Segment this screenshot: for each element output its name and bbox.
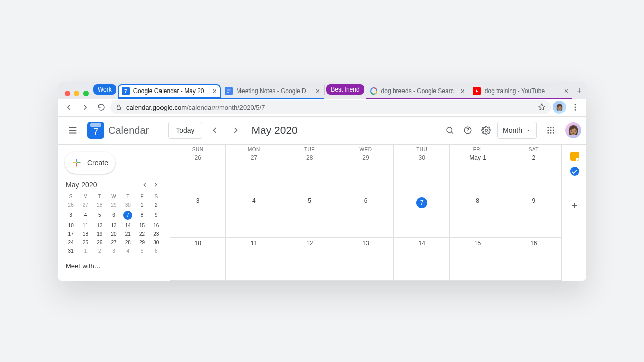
mini-day[interactable]: 12	[93, 221, 107, 230]
mini-day[interactable]: 30	[121, 201, 135, 209]
nav-reload-button[interactable]	[94, 100, 108, 114]
view-picker[interactable]: Month	[497, 122, 537, 139]
grid-cell[interactable]: 15	[450, 238, 506, 281]
mini-day[interactable]: 5	[135, 247, 149, 255]
mini-next-button[interactable]	[150, 179, 162, 190]
mini-day[interactable]: 5	[93, 209, 107, 221]
grid-cell[interactable]: 14	[394, 238, 450, 281]
grid-cell[interactable]: 16	[506, 238, 562, 281]
new-tab-button[interactable]: +	[572, 84, 586, 99]
profile-avatar[interactable]: 👩🏽	[553, 101, 566, 114]
grid-cell[interactable]: 29	[338, 152, 394, 195]
today-button[interactable]: Today	[168, 122, 202, 139]
mini-day[interactable]: 2	[149, 201, 164, 209]
close-window-icon[interactable]	[65, 90, 70, 96]
mini-day[interactable]: 18	[78, 230, 92, 238]
help-button[interactable]	[461, 123, 475, 137]
mini-prev-button[interactable]	[139, 179, 150, 190]
mini-day[interactable]: 7	[121, 209, 135, 221]
grid-cell[interactable]: May 1	[450, 152, 506, 195]
grid-cell[interactable]: 5	[282, 195, 338, 238]
mini-day[interactable]: 4	[78, 209, 92, 221]
grid-cell[interactable]: 30	[394, 152, 450, 195]
mini-day[interactable]: 6	[107, 209, 121, 221]
browser-menu-button[interactable]	[568, 100, 582, 114]
tab-group-bestfriend[interactable]: Best friend	[326, 84, 364, 95]
mini-day[interactable]: 1	[135, 201, 149, 209]
mini-day[interactable]: 27	[107, 238, 121, 247]
mini-day[interactable]: 17	[64, 230, 78, 238]
nav-back-button[interactable]	[62, 100, 76, 114]
mini-day[interactable]: 11	[78, 221, 92, 230]
mini-day[interactable]: 15	[135, 221, 149, 230]
star-icon[interactable]	[538, 103, 546, 111]
minimize-window-icon[interactable]	[74, 90, 79, 96]
mini-day[interactable]: 4	[121, 247, 135, 255]
settings-button[interactable]	[479, 123, 493, 137]
mini-day[interactable]: 31	[64, 247, 78, 255]
mini-day[interactable]: 30	[149, 238, 164, 247]
grid-cell[interactable]: 2	[506, 152, 562, 195]
grid-cell[interactable]: 7	[394, 195, 450, 238]
address-bar[interactable]: calendar.google.com/calendar/r/month/202…	[110, 100, 551, 114]
grid-cell[interactable]: 11	[226, 238, 282, 281]
main-menu-button[interactable]	[63, 120, 83, 140]
tab-calendar[interactable]: 7 Google Calendar - May 20 ×	[118, 84, 221, 99]
mini-day[interactable]: 29	[135, 238, 149, 247]
mini-day[interactable]: 3	[64, 209, 78, 221]
mini-day[interactable]: 29	[107, 201, 121, 209]
mini-day[interactable]: 13	[107, 221, 121, 230]
mini-day[interactable]: 19	[93, 230, 107, 238]
grid-cell[interactable]: 6	[338, 195, 394, 238]
mini-day[interactable]: 25	[78, 238, 92, 247]
window-controls[interactable]	[64, 90, 92, 99]
mini-day[interactable]: 1	[78, 247, 92, 255]
google-apps-button[interactable]	[541, 120, 561, 140]
mini-day[interactable]: 14	[121, 221, 135, 230]
grid-cell[interactable]: 12	[282, 238, 338, 281]
mini-day[interactable]: 23	[149, 230, 164, 238]
mini-day[interactable]: 9	[149, 209, 164, 221]
mini-day[interactable]: 16	[149, 221, 164, 230]
mini-day[interactable]: 2	[93, 247, 107, 255]
mini-calendar[interactable]: SMTWTFS 26272829301234567891011121314151…	[64, 192, 164, 255]
tab-google-search[interactable]: dog breeds - Google Searc ×	[366, 84, 469, 99]
create-button[interactable]: Create	[65, 152, 115, 174]
mini-day[interactable]: 27	[78, 201, 92, 209]
search-button[interactable]	[443, 123, 457, 137]
next-period-button[interactable]	[227, 122, 245, 139]
tab-youtube[interactable]: dog training - YouTube ×	[469, 84, 572, 99]
mini-day[interactable]: 8	[135, 209, 149, 221]
grid-cell[interactable]: 10	[170, 238, 226, 281]
grid-cell[interactable]: 28	[282, 152, 338, 195]
mini-day[interactable]: 28	[93, 201, 107, 209]
tab-group-work[interactable]: Work	[93, 84, 116, 95]
nav-forward-button[interactable]	[78, 100, 92, 114]
mini-day[interactable]: 22	[135, 230, 149, 238]
mini-day[interactable]: 10	[64, 221, 78, 230]
tab-docs[interactable]: Meeting Notes - Google D ×	[221, 84, 324, 99]
prev-period-button[interactable]	[206, 122, 223, 139]
close-tab-icon[interactable]: ×	[564, 87, 568, 95]
calendar-grid[interactable]: SUNMONTUEWEDTHUFRISAT 2627282930May 1234…	[170, 145, 562, 281]
close-tab-icon[interactable]: ×	[316, 87, 320, 95]
mini-day[interactable]: 21	[121, 230, 135, 238]
maximize-window-icon[interactable]	[83, 90, 89, 96]
grid-cell[interactable]: 27	[226, 152, 282, 195]
tasks-icon[interactable]	[570, 167, 579, 176]
mini-day[interactable]: 28	[121, 238, 135, 247]
grid-cell[interactable]: 3	[170, 195, 226, 238]
close-tab-icon[interactable]: ×	[461, 87, 465, 95]
mini-day[interactable]: 24	[64, 238, 78, 247]
meet-with-label[interactable]: Meet with…	[66, 262, 162, 270]
grid-cell[interactable]: 8	[450, 195, 506, 238]
grid-cell[interactable]: 9	[506, 195, 562, 238]
mini-day[interactable]: 26	[64, 201, 78, 209]
grid-cell[interactable]: 13	[338, 238, 394, 281]
mini-day[interactable]: 3	[107, 247, 121, 255]
account-avatar[interactable]	[565, 122, 581, 138]
close-tab-icon[interactable]: ×	[213, 87, 217, 95]
grid-cell[interactable]: 4	[226, 195, 282, 238]
mini-day[interactable]: 26	[93, 238, 107, 247]
mini-day[interactable]: 6	[149, 247, 164, 255]
